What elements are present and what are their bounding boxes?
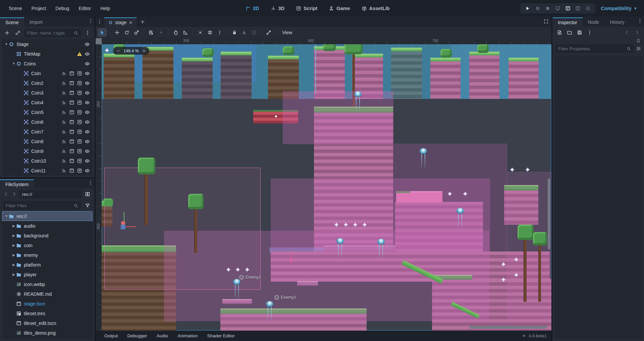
fs-filter-input[interactable] (6, 203, 72, 208)
list-select-tool[interactable] (147, 28, 156, 37)
fs-item-stage-tscn[interactable]: stage.tscn (2, 299, 93, 308)
inspector-filter-input[interactable] (558, 46, 625, 51)
select-tool[interactable] (98, 28, 107, 37)
signal-icon[interactable] (61, 80, 67, 86)
grid-snap-toggle[interactable] (205, 28, 214, 37)
fs-item-platform[interactable]: ▶platform (2, 260, 93, 270)
scene-node-coin9[interactable]: Coin9 (2, 146, 93, 156)
expander-icon[interactable]: ▼ (11, 62, 16, 65)
instance-icon[interactable] (69, 119, 74, 125)
script-icon[interactable] (77, 168, 82, 173)
bottom-panel-debugger[interactable]: Debugger (123, 332, 151, 340)
bottom-panel-audio[interactable]: Audio (153, 332, 172, 340)
fs-item-tiles-demo-png[interactable]: tiles_demo.png (2, 328, 93, 338)
instance-icon[interactable] (69, 90, 74, 96)
tab-import[interactable]: Import (24, 17, 48, 26)
instance-icon[interactable] (69, 100, 74, 105)
fs-item-tileset-edit-tscn[interactable]: tileset_edit.tscn (2, 318, 93, 328)
expander-icon[interactable]: ▼ (4, 214, 9, 218)
fs-item-player[interactable]: ▶player (2, 270, 93, 279)
menu-project[interactable]: Project (28, 4, 50, 13)
unlock-node-button[interactable] (239, 28, 249, 37)
scene-node-coin6[interactable]: Coin6 (2, 117, 93, 127)
signal-icon[interactable] (61, 119, 67, 125)
script-icon[interactable] (77, 139, 82, 144)
close-icon[interactable]: ✕ (129, 20, 132, 25)
bottom-panel-output[interactable]: Output (100, 332, 122, 340)
signal-icon[interactable] (61, 90, 67, 96)
bottom-panel-animation[interactable]: Animation (173, 332, 202, 340)
inspector-dock-menu-icon[interactable] (637, 18, 643, 24)
instance-icon[interactable] (69, 110, 74, 115)
eye-icon[interactable] (85, 42, 90, 47)
eye-icon[interactable] (85, 51, 90, 57)
volume-icon[interactable] (522, 334, 526, 338)
workspace-script[interactable]: Script (292, 4, 321, 13)
workspace-assetlib[interactable]: AssetLib (357, 4, 393, 13)
script-icon[interactable] (77, 129, 82, 134)
instance-icon[interactable] (69, 139, 74, 144)
signal-icon[interactable] (61, 149, 67, 154)
scene-node-coin10[interactable]: Coin10 (2, 156, 93, 166)
eye-icon[interactable] (85, 80, 90, 86)
fs-split-mode-button[interactable] (83, 190, 92, 198)
instance-icon[interactable] (69, 80, 74, 86)
pan-tool[interactable] (171, 28, 180, 37)
scene-filter-input[interactable] (27, 31, 72, 36)
instance-icon[interactable] (69, 158, 74, 164)
eye-icon[interactable] (85, 100, 90, 105)
eye-icon[interactable] (85, 110, 90, 115)
expander-icon[interactable]: ▶ (11, 273, 16, 276)
view-menu-button[interactable]: View (279, 29, 296, 36)
history-back-button[interactable] (623, 28, 631, 37)
zoom-level[interactable]: 146.4 % (123, 49, 139, 53)
script-icon[interactable] (77, 100, 82, 105)
zoom-in-button[interactable]: + (141, 48, 147, 54)
signal-icon[interactable] (61, 158, 67, 164)
fs-item-tileset-tres[interactable]: tileset.tres (2, 308, 93, 318)
new-resource-button[interactable] (555, 28, 564, 37)
fs-item-res-[interactable]: ▼res:// (2, 211, 93, 221)
script-icon[interactable] (77, 90, 82, 96)
expander-icon[interactable]: ▶ (11, 253, 16, 257)
load-resource-button[interactable] (565, 28, 574, 37)
instance-scene-button[interactable] (13, 29, 22, 37)
eye-icon[interactable] (85, 119, 90, 125)
bottom-panel-shader-editor[interactable]: Shader Editor (203, 332, 239, 340)
workspace-3d[interactable]: 3D (267, 4, 289, 13)
instance-icon[interactable] (69, 168, 74, 173)
expander-icon[interactable]: ▶ (11, 234, 16, 237)
eye-icon[interactable] (85, 129, 90, 134)
eye-icon[interactable] (85, 71, 90, 76)
menu-help[interactable]: Help (96, 4, 114, 13)
warning-icon[interactable] (77, 51, 82, 57)
move-tool[interactable] (112, 28, 121, 37)
scene-node-coin[interactable]: Coin (2, 68, 93, 78)
scene-node-coin3[interactable]: Coin3 (2, 88, 93, 98)
zoom-out-button[interactable]: − (115, 48, 121, 54)
horizontal-scrollbar[interactable] (469, 326, 547, 329)
smart-snap-toggle[interactable] (196, 28, 205, 37)
tab-filesystem[interactable]: FileSystem (0, 179, 34, 188)
eye-icon[interactable] (85, 149, 90, 154)
skeleton-options-button[interactable] (264, 28, 273, 37)
fs-item-audio[interactable]: ▶audio (2, 221, 93, 231)
signal-icon[interactable] (61, 100, 67, 105)
snap-options-menu[interactable] (215, 28, 224, 37)
filesystem-dock-menu-icon[interactable] (88, 180, 93, 186)
script-icon[interactable] (77, 158, 82, 164)
signal-icon[interactable] (61, 129, 67, 134)
signal-icon[interactable] (61, 110, 67, 115)
eye-icon[interactable] (85, 158, 90, 164)
scene-node-coin5[interactable]: Coin5 (2, 107, 93, 117)
lock-node-button[interactable] (230, 28, 239, 37)
script-icon[interactable] (77, 71, 82, 76)
save-resource-button[interactable] (575, 28, 584, 37)
signal-icon[interactable] (61, 168, 67, 173)
new-scene-tab-button[interactable] (140, 19, 145, 24)
scene-tree-menu-button[interactable] (83, 29, 92, 37)
canvas[interactable]: − 146.4 % + Enemy2Enemy1 (102, 44, 551, 331)
tab-history[interactable]: History (604, 17, 630, 26)
history-forward-button[interactable] (633, 28, 641, 37)
script-icon[interactable] (77, 119, 82, 125)
